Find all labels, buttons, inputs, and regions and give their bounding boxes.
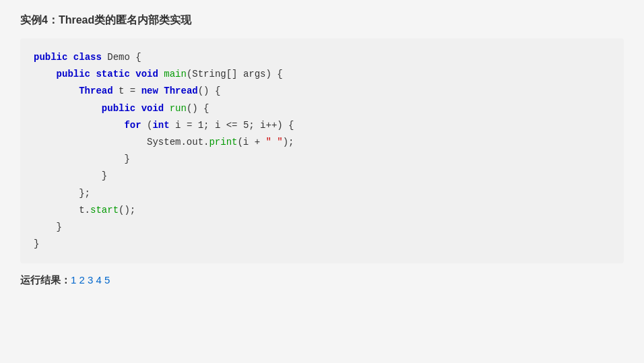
code-line-3: Thread t = new Thread() { <box>34 83 610 100</box>
code-line-2: public static void main(String[] args) { <box>34 66 610 83</box>
code-line-9: }; <box>34 185 610 202</box>
page-container: 实例4：Thread类的匿名内部类实现 public class Demo { … <box>20 13 624 287</box>
code-line-7: } <box>34 151 610 168</box>
code-line-10: t.start(); <box>34 202 610 219</box>
code-line-5: for (int i = 1; i <= 5; i++) { <box>34 117 610 134</box>
title-prefix: 实例4： <box>20 14 59 26</box>
title-bold: Thread <box>59 14 94 26</box>
code-line-11: } <box>34 219 610 236</box>
code-line-12: } <box>34 236 610 253</box>
title: 实例4：Thread类的匿名内部类实现 <box>20 13 624 28</box>
result-label: 运行结果： <box>20 274 71 286</box>
code-line-8: } <box>34 168 610 185</box>
result-values: 1 2 3 4 5 <box>71 274 110 286</box>
result-line: 运行结果：1 2 3 4 5 <box>20 274 624 287</box>
code-block: public class Demo { public static void m… <box>20 38 624 263</box>
code-line-6: System.out.print(i + " "); <box>34 134 610 151</box>
code-line-4: public void run() { <box>34 100 610 117</box>
title-suffix: 类的匿名内部类实现 <box>94 14 191 26</box>
code-line-1: public class Demo { <box>34 49 610 66</box>
